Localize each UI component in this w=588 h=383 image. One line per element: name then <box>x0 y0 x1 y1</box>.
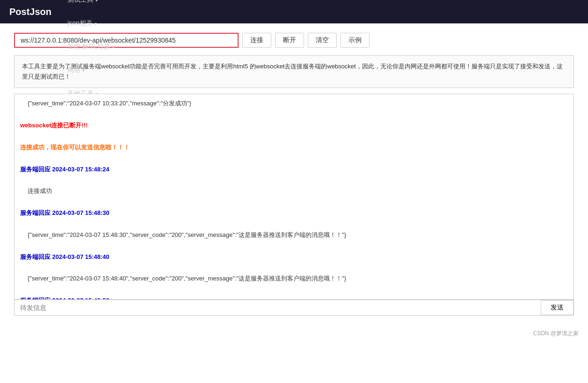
nav-item-网络[interactable]: 网络 ▾ <box>61 59 121 82</box>
chevron-down-icon: ▾ <box>112 44 115 50</box>
websocket-url-input[interactable] <box>14 33 239 48</box>
send-input[interactable] <box>15 300 541 315</box>
log-line: {"server_time":"2024-03-07 10:33:20","me… <box>20 98 568 109</box>
footer-text: CSDN @梦境之家 <box>533 330 579 337</box>
navbar: PostJson Home文章夜间模式测试工具 ▾json相关 ▾加密,解码,转… <box>0 0 588 23</box>
example-button[interactable]: 示例 <box>341 33 370 48</box>
nav-item-json相关[interactable]: json相关 ▾ <box>61 12 121 35</box>
chevron-down-icon: ▾ <box>94 21 97 26</box>
log-line: {"server_time":"2024-03-07 15:48:40","se… <box>20 273 568 284</box>
log-line: 服务端回应 2024-03-07 15:48:40 <box>20 251 568 262</box>
chevron-down-icon: ▾ <box>95 0 98 3</box>
nav-item-测试工具[interactable]: 测试工具 ▾ <box>61 0 121 12</box>
message-log[interactable]: {"server_time":"2024-03-07 10:33:20","me… <box>14 94 574 300</box>
disconnect-button[interactable]: 断开 <box>275 33 304 48</box>
send-bar: 发送 <box>14 300 574 316</box>
chevron-down-icon: ▾ <box>82 68 85 73</box>
footer: CSDN @梦境之家 <box>0 325 588 342</box>
nav-item-加密,解码,转换[interactable]: 加密,解码,转换 ▾ <box>61 35 121 59</box>
log-line: {"server_time":"2024-03-07 15:48:30","se… <box>20 229 568 240</box>
send-button[interactable]: 发送 <box>541 300 573 315</box>
connect-button[interactable]: 连接 <box>242 33 271 48</box>
log-line: 连接成功，现在你可以发送信息啦！！！ <box>20 142 568 153</box>
log-line: 服务端回应 2024-03-07 15:48:24 <box>20 164 568 175</box>
nav-items: Home文章夜间模式测试工具 ▾json相关 ▾加密,解码,转换 ▾网络 ▾其他… <box>61 0 121 105</box>
log-line: websocket连接已断开!!! <box>20 120 568 131</box>
brand: PostJson <box>5 7 61 17</box>
clear-button[interactable]: 清空 <box>308 33 337 48</box>
log-line: 服务端回应 2024-03-07 15:48:50 <box>20 295 568 300</box>
log-line: 连接成功 <box>20 185 568 196</box>
log-line: 服务端回应 2024-03-07 15:48:30 <box>20 207 568 218</box>
